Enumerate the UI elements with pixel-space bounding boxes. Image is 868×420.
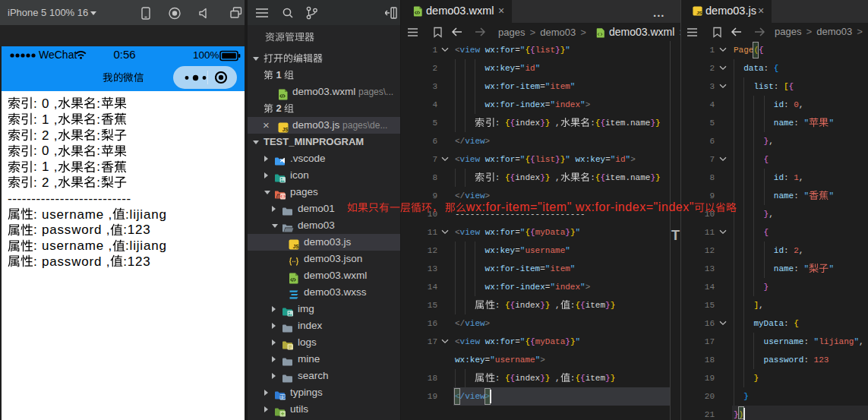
svg-text:JS: JS bbox=[696, 11, 702, 15]
svg-text:TS: TS bbox=[279, 394, 286, 399]
svg-text:JS: JS bbox=[282, 127, 289, 132]
svg-text:JS: JS bbox=[293, 244, 300, 249]
